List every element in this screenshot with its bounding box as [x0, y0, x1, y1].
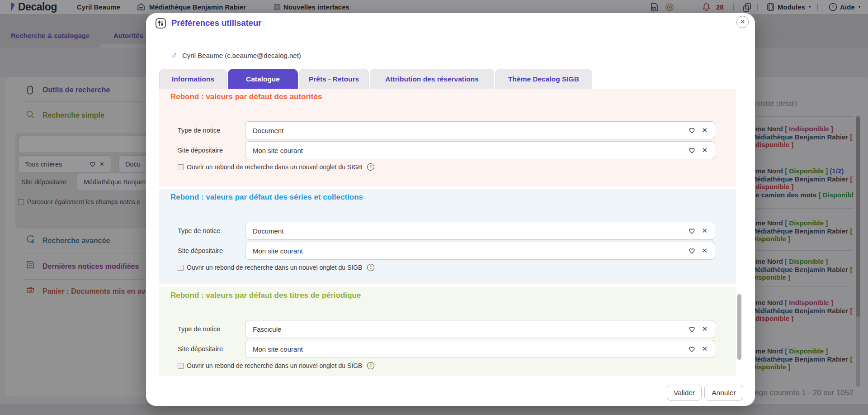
tab-theme-decalog[interactable]: Thème Decalog SIGB	[495, 69, 592, 89]
field-value: Mon site courant	[253, 247, 682, 255]
clear-field-icon[interactable]: ✕	[702, 325, 708, 333]
favorite-values-heart-icon[interactable]	[689, 248, 695, 254]
field-value: Mon site courant	[253, 147, 682, 154]
open-new-tab-label: Ouvrir un rebond de recherche dans un no…	[187, 362, 362, 369]
preferences-tab-bar: Informations Catalogue Prêts - Retours A…	[159, 69, 593, 89]
favorite-values-heart-icon[interactable]	[689, 326, 695, 333]
open-new-tab-label: Ouvrir un rebond de recherche dans un no…	[187, 264, 362, 271]
field-value: Document	[253, 227, 682, 235]
tab-prets-retours[interactable]: Prêts - Retours	[299, 69, 369, 89]
section-rebond-series: Rebond : valeurs par défaut des séries e…	[159, 189, 736, 284]
tab-catalogue[interactable]: Catalogue	[228, 69, 298, 89]
favorite-values-heart-icon[interactable]	[689, 228, 695, 234]
tab-attribution-reservations[interactable]: Attribution des réservations	[370, 69, 494, 89]
section-title: Rebond : valeurs par défaut des titres d…	[170, 291, 361, 300]
favorite-values-heart-icon[interactable]	[689, 127, 695, 134]
section-rebond-periodiques: Rebond : valeurs par défaut des titres d…	[159, 287, 736, 376]
favorite-values-heart-icon[interactable]	[689, 346, 695, 353]
open-new-tab-label: Ouvrir un rebond de recherche dans un no…	[187, 163, 362, 171]
preferences-sliders-icon	[155, 17, 167, 29]
field-value: Fascicule	[253, 325, 682, 333]
site-select[interactable]: Mon site courant ✕	[245, 340, 715, 358]
field-value: Document	[253, 127, 682, 134]
clear-field-icon[interactable]: ✕	[702, 345, 708, 353]
tab-informations[interactable]: Informations	[159, 69, 227, 89]
notice-type-select[interactable]: Fascicule ✕	[245, 320, 715, 338]
field-label: Site dépositaire	[178, 242, 250, 260]
clear-field-icon[interactable]: ✕	[702, 227, 708, 235]
field-label: Type de notice	[178, 121, 250, 139]
field-label: Site dépositaire	[178, 340, 250, 358]
site-select[interactable]: Mon site courant ✕	[245, 141, 715, 159]
field-label: Type de notice	[178, 222, 250, 240]
close-icon[interactable]: ✕	[736, 16, 749, 28]
clear-field-icon[interactable]: ✕	[702, 247, 708, 255]
modal-user-line: Cyril Beaume (c.beaume@decalog.net)	[182, 52, 301, 59]
modal-title: Préférences utilisateur	[171, 18, 261, 28]
open-new-tab-row: Ouvrir un rebond de recherche dans un no…	[178, 362, 374, 369]
field-label: Type de notice	[178, 320, 250, 338]
modal-scrollbar-thumb[interactable]	[737, 294, 741, 360]
male-gender-icon: ♂	[171, 50, 177, 60]
open-new-tab-checkbox[interactable]	[178, 363, 184, 369]
field-label: Site dépositaire	[178, 141, 250, 159]
application-window: Decalog Cyril Beaume Médiathèque Benjami…	[0, 0, 868, 415]
user-preferences-modal: Préférences utilisateur ✕ ♂ Cyril Beaume…	[146, 13, 755, 406]
site-select[interactable]: Mon site courant ✕	[245, 242, 715, 260]
info-icon[interactable]: !	[367, 362, 374, 369]
open-new-tab-checkbox[interactable]	[178, 265, 184, 271]
open-new-tab-row: Ouvrir un rebond de recherche dans un no…	[178, 163, 374, 171]
clear-field-icon[interactable]: ✕	[702, 146, 708, 154]
clear-field-icon[interactable]: ✕	[702, 126, 708, 134]
notice-type-select[interactable]: Document ✕	[245, 121, 715, 139]
favorite-values-heart-icon[interactable]	[689, 147, 695, 154]
cancel-button[interactable]: Annuler	[704, 385, 743, 401]
divider	[146, 40, 755, 40]
open-new-tab-checkbox[interactable]	[178, 164, 184, 170]
info-icon[interactable]: !	[367, 163, 374, 171]
open-new-tab-row: Ouvrir un rebond de recherche dans un no…	[178, 264, 374, 271]
validate-button[interactable]: Valider	[667, 385, 702, 401]
section-title: Rebond : valeurs par défaut des séries e…	[170, 193, 363, 202]
info-icon[interactable]: !	[367, 264, 374, 271]
section-title: Rebond : valeurs par défaut des autorité…	[170, 92, 322, 101]
field-value: Mon site courant	[253, 345, 682, 353]
notice-type-select[interactable]: Document ✕	[245, 222, 715, 240]
section-rebond-autorites: Rebond : valeurs par défaut des autorité…	[159, 89, 736, 186]
